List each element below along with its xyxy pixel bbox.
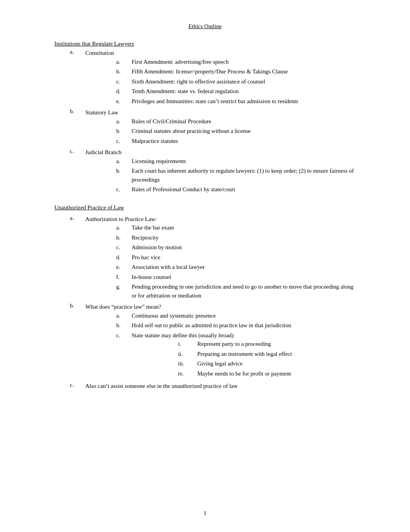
list-item: g. Pending proceeding in one jurisdictio… [116, 282, 356, 300]
list-item: f. In-house counsel [116, 273, 356, 282]
list-item: b. Criminal statutes about practicing wi… [116, 127, 356, 136]
page-number: 1 [54, 510, 356, 517]
marker: e. [116, 97, 132, 106]
list-item: c. Malpractice statutes [116, 137, 356, 146]
marker: c. [116, 243, 132, 252]
constitution-sub-list: a. First Amendment: advertising/free spe… [116, 58, 356, 106]
list-item: d. Tenth Amendment: state vs. federal re… [116, 87, 356, 96]
list-item: b. Reciprocity [116, 233, 356, 242]
list-item: i. Represent party to a proceeding [178, 340, 356, 348]
marker: a. [116, 157, 132, 166]
list-item: a. Constitution a. First Amendment: adve… [70, 49, 356, 107]
list-item: c. Judicial Branch a. Licensing requirem… [70, 148, 356, 195]
marker: c. [116, 77, 132, 86]
list-item: a. First Amendment: advertising/free spe… [116, 58, 356, 66]
marker: b. [70, 108, 85, 146]
list-item: a. Authorization to Practice Law: a. Tak… [70, 215, 356, 301]
list-item: iv. Maybe needs to be for profit or paym… [178, 369, 356, 378]
list-item: b. Hold self out to public as admitted t… [116, 321, 356, 330]
section-heading-institutions: Institutions that Regulate Lawyers [54, 41, 356, 47]
list-item: c. Sixth Amendment: right to effective a… [116, 77, 356, 86]
page: Ethics Outline Institutions that Regulat… [54, 0, 356, 532]
item-content: Statutory Law a. Rules of Civil/Criminal… [85, 108, 356, 146]
marker: b. [116, 233, 132, 242]
list-item: c. Rules of Professional Conduct by stat… [116, 185, 356, 194]
marker: b. [116, 67, 132, 76]
marker: a. [116, 117, 132, 126]
marker: a. [116, 311, 132, 320]
judicial-sub-list: a. Licensing requirements b. Each court … [116, 157, 356, 194]
marker: iv. [178, 369, 197, 378]
marker: b. [70, 303, 85, 380]
marker: b. [116, 167, 132, 184]
list-item: a. Rules of Civil/Criminal Procedure [116, 117, 356, 126]
marker: b. [116, 127, 132, 136]
list-item: c. Admission by motion [116, 243, 356, 252]
marker: c. [70, 148, 85, 195]
list-item: b. What does “practice law” mean? a. Con… [70, 303, 356, 380]
item-content: Authorization to Practice Law: a. Take t… [85, 215, 356, 301]
institutions-list: a. Constitution a. First Amendment: adve… [70, 49, 356, 195]
list-item: e. Association with a local lawyer [116, 263, 356, 272]
item-content: What does “practice law” mean? a. Contin… [85, 303, 356, 380]
marker: a. [70, 215, 85, 301]
list-item: a. Take the bar exam [116, 223, 356, 232]
marker: d. [116, 253, 132, 262]
marker: c. [70, 382, 85, 391]
list-item: iii. Giving legal advice [178, 359, 356, 368]
page-title: Ethics Outline [54, 23, 356, 30]
marker: a. [116, 223, 132, 232]
list-item: b. Each court has inherent authority to … [116, 167, 356, 184]
marker: c. [116, 137, 132, 146]
statute-sub-list: i. Represent party to a proceeding ii. P… [178, 340, 356, 378]
list-item: b. Fifth Amendment: license=property/Due… [116, 67, 356, 76]
marker: ii. [178, 350, 197, 359]
marker: g. [116, 282, 132, 300]
unauthorized-list: a. Authorization to Practice Law: a. Tak… [70, 215, 356, 391]
statutory-sub-list: a. Rules of Civil/Criminal Procedure b. … [116, 117, 356, 146]
section-institutions: Institutions that Regulate Lawyers a. Co… [54, 41, 356, 195]
marker: c. [116, 185, 132, 194]
practice-law-sub-list: a. Continuous and systematic presence b.… [116, 311, 356, 379]
list-item: a. Licensing requirements [116, 157, 356, 166]
list-item: d. Pro hac vice [116, 253, 356, 262]
marker: i. [178, 340, 197, 348]
list-item: ii. Preparing an instrument with legal e… [178, 350, 356, 359]
marker: c. [116, 331, 132, 379]
marker: e. [116, 263, 132, 272]
list-item: c. Also can’t assist someone else in the… [70, 382, 356, 391]
item-content: Constitution a. First Amendment: adverti… [85, 49, 356, 107]
marker: a. [70, 49, 85, 107]
item-content: Judicial Branch a. Licensing requirement… [85, 148, 356, 195]
list-item: e. Privileges and Immunities: state can’… [116, 97, 356, 106]
list-item: c. State statute may define this (usuall… [116, 331, 356, 379]
list-item: b. Statutory Law a. Rules of Civil/Crimi… [70, 108, 356, 146]
item-content: State statute may define this (usually b… [132, 331, 356, 379]
marker: d. [116, 87, 132, 96]
marker: f. [116, 273, 132, 282]
list-item: a. Continuous and systematic presence [116, 311, 356, 320]
marker: b. [116, 321, 132, 330]
section-unauthorized: Unauthorized Practice of Law a. Authoriz… [54, 204, 356, 391]
section-heading-unauthorized: Unauthorized Practice of Law [54, 204, 356, 211]
authorization-sub-list: a. Take the bar exam b. Reciprocity c. A… [116, 223, 356, 300]
marker: iii. [178, 359, 197, 368]
marker: a. [116, 58, 132, 66]
